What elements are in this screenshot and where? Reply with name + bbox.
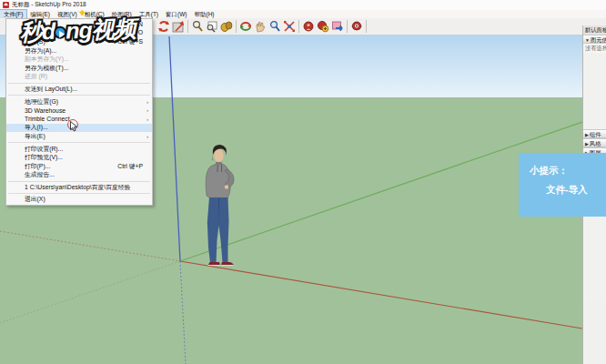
tip-text: 文件-导入 bbox=[546, 184, 606, 197]
menu-item-label: 副本另存为(Y)... bbox=[25, 55, 143, 64]
tip-overlay: 小提示： 文件-导入 bbox=[519, 153, 606, 217]
menu-item-label: 1 C:\Users\yan\Desktop\百度\百度经验 bbox=[25, 183, 143, 192]
pan-icon[interactable] bbox=[253, 19, 268, 34]
menu-item[interactable]: Trimble Connect› bbox=[6, 115, 152, 124]
swap-view-icon[interactable] bbox=[171, 19, 186, 34]
submenu-arrow-icon: › bbox=[143, 134, 148, 139]
caret-right-icon: ▶ bbox=[585, 132, 589, 137]
menu-item: 副本另存为(Y)... bbox=[6, 55, 152, 64]
panel-section-label: 组件 bbox=[590, 131, 601, 137]
menu-item-label: 另存为(A)... bbox=[25, 46, 143, 56]
menu-separator bbox=[8, 83, 150, 84]
menu-item-label: 打印预览(V)... bbox=[25, 153, 143, 162]
watermark-text-post: ng bbox=[66, 16, 93, 43]
menubar-item[interactable]: 帮助(H) bbox=[191, 10, 218, 18]
entity-info-body bbox=[583, 53, 606, 129]
menu-separator bbox=[8, 95, 150, 96]
mouse-cursor bbox=[70, 121, 78, 132]
shaded-style-icon[interactable] bbox=[219, 19, 234, 34]
menu-item[interactable]: 另存为(A)... bbox=[6, 46, 152, 56]
menu-item[interactable]: 打印设置(R)... bbox=[6, 145, 152, 154]
menu-item-label: 3D Warehouse bbox=[25, 107, 143, 114]
menu-item[interactable]: 导入(I)... bbox=[6, 124, 152, 133]
menu-item-label: 还原 (R) bbox=[25, 72, 143, 81]
panel-section-风格[interactable]: ▶风格 bbox=[583, 138, 606, 147]
title-bar: 无标题 - SketchUp Pro 2018 bbox=[0, 0, 606, 10]
menu-item[interactable]: 导出(E)› bbox=[6, 132, 152, 141]
position-camera-icon[interactable] bbox=[301, 19, 316, 34]
menu-separator bbox=[8, 142, 150, 143]
menubar-item[interactable]: 窗口(W) bbox=[162, 10, 190, 18]
blue-axis-dashed bbox=[180, 261, 186, 364]
menu-item[interactable]: 1 C:\Users\yan\Desktop\百度\百度经验 bbox=[6, 183, 152, 192]
menu-item[interactable]: 打印(P)...Ctrl 键+P bbox=[6, 162, 152, 171]
menu-item[interactable]: 发送到 LayOut(L)... bbox=[6, 85, 152, 94]
zoom-previous-icon[interactable] bbox=[205, 19, 219, 34]
menu-item-shortcut: Ctrl 键+P bbox=[117, 162, 143, 171]
play-button-icon bbox=[54, 25, 66, 38]
tip-title: 小提示： bbox=[530, 165, 606, 177]
menu-item-label: 导入(I)... bbox=[25, 123, 143, 132]
toolbar-separator bbox=[187, 20, 188, 33]
panel-section-组件[interactable]: ▶组件 bbox=[583, 129, 606, 138]
submenu-arrow-icon: › bbox=[143, 116, 148, 122]
zoom-extents-icon[interactable] bbox=[282, 19, 297, 34]
menubar-item[interactable]: 工具(T) bbox=[136, 10, 162, 18]
menu-item[interactable]: 打印预览(V)... bbox=[6, 153, 152, 162]
submenu-arrow-icon: › bbox=[143, 107, 148, 113]
menu-item-label: 打印设置(R)... bbox=[25, 145, 143, 154]
red-axis-dashed bbox=[0, 231, 180, 261]
menu-item[interactable]: 退出(X) bbox=[6, 196, 152, 205]
video-watermark: 秒dng视频 bbox=[19, 14, 136, 47]
image-export-icon[interactable] bbox=[330, 19, 345, 34]
menu-item-label: 另存为模板(T)... bbox=[25, 64, 143, 73]
caret-right-icon: ▶ bbox=[585, 141, 589, 147]
menu-item-label: 退出(X) bbox=[25, 195, 143, 204]
menu-item[interactable]: 另存为模板(T)... bbox=[6, 64, 152, 73]
menu-item-label: 打印(P)... bbox=[25, 162, 114, 171]
blue-axis bbox=[169, 36, 180, 261]
sketchup-logo-icon bbox=[3, 2, 9, 8]
window-title: 无标题 - SketchUp Pro 2018 bbox=[12, 1, 86, 9]
menu-item-label: 生成报告... bbox=[25, 170, 143, 179]
orbit-icon[interactable] bbox=[238, 19, 253, 34]
look-around-icon[interactable] bbox=[349, 19, 364, 34]
menu-item-label: 地理位置(G) bbox=[25, 97, 143, 106]
no-selection-label: 没有选择任何内容 bbox=[583, 44, 606, 53]
toolbar-separator bbox=[236, 20, 237, 33]
watermark-text-suffix: 视频 bbox=[91, 15, 136, 43]
caret-down-icon: ▼ bbox=[585, 37, 590, 43]
toolbar-separator bbox=[366, 20, 367, 33]
toolbar-separator bbox=[347, 20, 348, 33]
refresh-icon[interactable] bbox=[157, 19, 171, 34]
submenu-arrow-icon: › bbox=[143, 99, 148, 105]
menu-item: 还原 (R) bbox=[6, 73, 152, 82]
green-axis-dashed bbox=[0, 261, 180, 323]
menu-item[interactable]: 地理位置(G)› bbox=[6, 97, 152, 106]
zoom-icon[interactable] bbox=[190, 19, 205, 34]
menu-item[interactable]: 3D Warehouse› bbox=[6, 106, 152, 115]
menu-separator bbox=[8, 193, 150, 194]
zoom-tool-icon[interactable] bbox=[268, 19, 282, 34]
menu-item-label: Trimble Connect bbox=[25, 116, 143, 122]
watermark-text-pre: 秒d bbox=[20, 18, 56, 45]
entity-info-section[interactable]: ▼图元信息 bbox=[583, 35, 606, 44]
panel-section-label: 风格 bbox=[590, 140, 601, 147]
red-axis bbox=[180, 261, 582, 329]
menu-item-label: 导出(E) bbox=[25, 132, 143, 141]
menu-item[interactable]: 生成报告... bbox=[6, 171, 152, 180]
panel-header: 默认面板 bbox=[583, 25, 606, 35]
toolbar-separator bbox=[298, 20, 299, 33]
walk-icon[interactable] bbox=[316, 19, 330, 34]
menu-item-label: 发送到 LayOut(L)... bbox=[25, 85, 143, 94]
menu-separator bbox=[8, 181, 150, 182]
